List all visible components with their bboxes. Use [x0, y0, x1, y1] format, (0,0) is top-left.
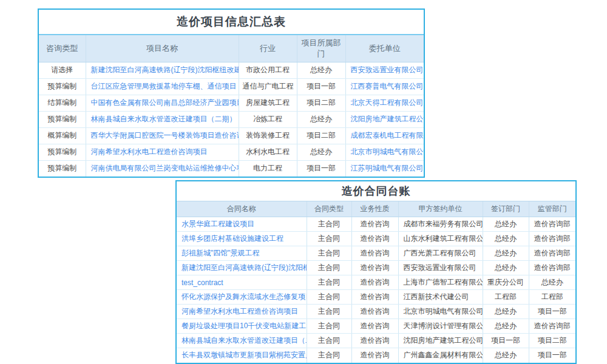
client-link[interactable]: 江苏明城电气有限公司 [351, 164, 424, 172]
client-link[interactable]: 北京市明城电气有限公司 [351, 147, 424, 156]
contract-type-cell: 主合同 [307, 305, 351, 319]
contract-type-cell: 主合同 [307, 275, 351, 290]
contract-name-link[interactable]: 洪埠乡团店村基础设施建设工程 [181, 234, 283, 243]
sign-dept-cell: 重庆分公司 [483, 275, 529, 290]
project-name-link[interactable]: 河南希望水利水电工程造价咨询项目 [91, 147, 208, 156]
summary-table-row: 预算编制 台江区应急管理局救援基地停车棚、通信项目 通信与广电工程 项目一部 江… [39, 78, 424, 95]
summary-table-row: 预算编制 林南县城自来水取水管道改迁建项目（二期） 冶炼工程 总经办 沈阳房地产… [39, 111, 424, 127]
project-name-link[interactable]: 河南供电局有限公司兰岗变电站运维抢修中心项目 [91, 164, 239, 172]
sign-dept-cell: 总经办 [483, 217, 529, 232]
project-name-link[interactable]: 林南县城自来水取水管道改迁建项目（二期） [91, 115, 237, 123]
sign-dept-cell: 总经办 [483, 305, 529, 319]
summary-table-row: 概算编制 西华大学附属口腔医院一号楼装饰项目造价咨询 装饰装修工程 项目二部 成… [39, 127, 424, 144]
contract-table-body: 水景华庭工程建设项目 主合同 造价咨询 成都市来福劳务有限公司 总经办 造价咨询… [177, 217, 575, 363]
client-link[interactable]: 沈阳房地产建筑工程公司 [351, 115, 424, 123]
contract-table-row: 怀化水源保护及舞水流域水生态修复项目合同 主合同 造价咨询 江西新技术代建公司 … [177, 290, 575, 305]
sign-dept-cell: 项目一部 [483, 334, 529, 348]
contract-name-link[interactable]: 长丰县双墩镇城市更新项目紫桐苑安置点 [181, 351, 307, 359]
department-cell: 总经办 [297, 62, 345, 78]
contract-name-link[interactable]: 林南县城自来水取水管道改迁建项目（二期） [181, 336, 307, 345]
contract-name-link[interactable]: 怀化水源保护及舞水流域水生态修复项目合同 [181, 292, 307, 301]
contract-type-cell: 主合同 [307, 348, 351, 363]
summary-header-row: 咨询类型 项目名称 行业 项目所属部门 委托单位 [39, 35, 424, 62]
consult-type-cell: 预算编制 [39, 160, 86, 177]
summary-table-panel: 造价项目信息汇总表 咨询类型 项目名称 行业 项目所属部门 委托单位 请选择 新… [38, 8, 425, 178]
industry-cell: 电力工程 [239, 160, 297, 177]
summary-table-row: 预算编制 河南供电局有限公司兰岗变电站运维抢修中心项目 电力工程 项目一部 江苏… [39, 160, 424, 177]
project-name-cell: 新建沈阳至白河高速铁路(辽宁段)沈阳枢纽改建工程 [86, 62, 239, 78]
summary-table: 咨询类型 项目名称 行业 项目所属部门 委托单位 请选择 新建沈阳至白河高速铁路… [39, 35, 424, 177]
contract-name-cell: 怀化水源保护及舞水流域水生态修复项目合同 [177, 290, 307, 305]
contract-type-cell: 主合同 [307, 334, 351, 348]
project-name-cell: 中国有色金属有限公司南昌总部经济产业园项目二期 [86, 95, 239, 111]
contract-name-link[interactable]: 彭祖新城"四馆"景观工程 [181, 249, 260, 257]
project-name-link[interactable]: 西华大学附属口腔医院一号楼装饰项目造价咨询 [91, 131, 239, 140]
contract-table-row: 水景华庭工程建设项目 主合同 造价咨询 成都市来福劳务有限公司 总经办 造价咨询… [177, 217, 575, 232]
contract-col-party: 甲方签约单位 [398, 201, 483, 217]
watch-dept-cell: 造价咨询部 [529, 246, 575, 261]
business-nature-cell: 造价咨询 [351, 275, 398, 290]
contract-table-row: test_contract 主合同 造价咨询 上海市广德智工程有限公司 重庆分公… [177, 275, 575, 290]
contract-header-row: 合同名称 合同类型 业务性质 甲方签约单位 签订部门 监管部门 [177, 201, 575, 217]
contract-table-row: 洪埠乡团店村基础设施建设工程 主合同 造价咨询 山东水利建筑工程有限公司 总经办… [177, 232, 575, 246]
contract-col-type: 合同类型 [307, 201, 351, 217]
business-nature-cell: 造价咨询 [351, 348, 398, 363]
industry-cell: 冶炼工程 [239, 111, 297, 127]
client-cell: 成都宏泰机电工程有限公司 [345, 127, 424, 144]
party-cell: 成都市来福劳务有限公司 [398, 217, 483, 232]
watch-dept-cell: 项目一部 [529, 305, 575, 319]
department-cell: 总经办 [297, 144, 345, 160]
project-name-cell: 西华大学附属口腔医院一号楼装饰项目造价咨询 [86, 127, 239, 144]
consult-type-cell: 预算编制 [39, 144, 86, 160]
business-nature-cell: 造价咨询 [351, 290, 398, 305]
client-cell: 江西赛普电气有限公司 [345, 78, 424, 95]
contract-name-link[interactable]: test_contract [181, 278, 223, 287]
summary-col-department: 项目所属部门 [297, 35, 345, 62]
client-link[interactable]: 西安致远置业有限公司 [351, 66, 424, 74]
contract-name-cell: 水景华庭工程建设项目 [177, 217, 307, 232]
department-cell: 总经办 [297, 111, 345, 127]
contract-col-watch-dept: 监管部门 [529, 201, 575, 217]
client-cell: 北京天得工程有限公司 [345, 95, 424, 111]
consult-type-cell: 预算编制 [39, 78, 86, 95]
sign-dept-cell: 总经办 [483, 232, 529, 246]
sign-dept-cell: 总经办 [483, 246, 529, 261]
sign-dept-cell: 总经办 [483, 261, 529, 275]
department-cell: 项目一部 [297, 78, 345, 95]
client-cell: 沈阳房地产建筑工程公司 [345, 111, 424, 127]
contract-name-cell: 餐厨垃圾处理项目10千伏变电站新建工程 [177, 319, 307, 334]
client-cell: 北京市明城电气有限公司 [345, 144, 424, 160]
project-name-cell: 河南供电局有限公司兰岗变电站运维抢修中心项目 [86, 160, 239, 177]
industry-cell: 市政公用工程 [239, 62, 297, 78]
contract-name-cell: 林南县城自来水取水管道改迁建项目（二期） [177, 334, 307, 348]
client-link[interactable]: 成都宏泰机电工程有限公司 [351, 131, 424, 140]
watch-dept-cell: 造价咨询部 [529, 217, 575, 232]
business-nature-cell: 造价咨询 [351, 246, 398, 261]
project-name-link[interactable]: 台江区应急管理局救援基地停车棚、通信项目 [91, 82, 237, 90]
contract-name-link[interactable]: 水景华庭工程建设项目 [181, 220, 254, 228]
project-name-link[interactable]: 中国有色金属有限公司南昌总部经济产业园项目二期 [91, 98, 239, 107]
business-nature-cell: 造价咨询 [351, 305, 398, 319]
industry-cell: 通信与广电工程 [239, 78, 297, 95]
project-name-cell: 台江区应急管理局救援基地停车棚、通信项目 [86, 78, 239, 95]
contract-type-cell: 主合同 [307, 290, 351, 305]
consult-type-cell: 概算编制 [39, 127, 86, 144]
contract-name-cell: 河南希望水利水电工程造价咨询项目 [177, 305, 307, 319]
department-cell: 项目二部 [297, 95, 345, 111]
project-name-link[interactable]: 新建沈阳至白河高速铁路(辽宁段)沈阳枢纽改建工程 [91, 66, 239, 74]
contract-ledger-title: 造价合同台账 [177, 181, 575, 201]
contract-type-cell: 主合同 [307, 232, 351, 246]
summary-table-title: 造价项目信息汇总表 [39, 10, 424, 35]
contract-col-business: 业务性质 [351, 201, 398, 217]
party-cell: 广西光萧工程有限公司 [398, 246, 483, 261]
contract-name-link[interactable]: 餐厨垃圾处理项目10千伏变电站新建工程 [181, 322, 307, 330]
contract-name-link[interactable]: 河南希望水利水电工程造价咨询项目 [181, 307, 298, 315]
contract-name-cell: 彭祖新城"四馆"景观工程 [177, 246, 307, 261]
consult-type-cell: 请选择 [39, 62, 86, 78]
industry-cell: 房屋建筑工程 [239, 95, 297, 111]
contract-name-link[interactable]: 新建沈阳至白河高速铁路(辽宁段)沈阳枢纽改建工程 [181, 263, 307, 272]
party-cell: 西安致远置业有限公司 [398, 261, 483, 275]
client-link[interactable]: 江西赛普电气有限公司 [351, 82, 424, 90]
contract-name-cell: 洪埠乡团店村基础设施建设工程 [177, 232, 307, 246]
client-link[interactable]: 北京天得工程有限公司 [351, 98, 424, 107]
